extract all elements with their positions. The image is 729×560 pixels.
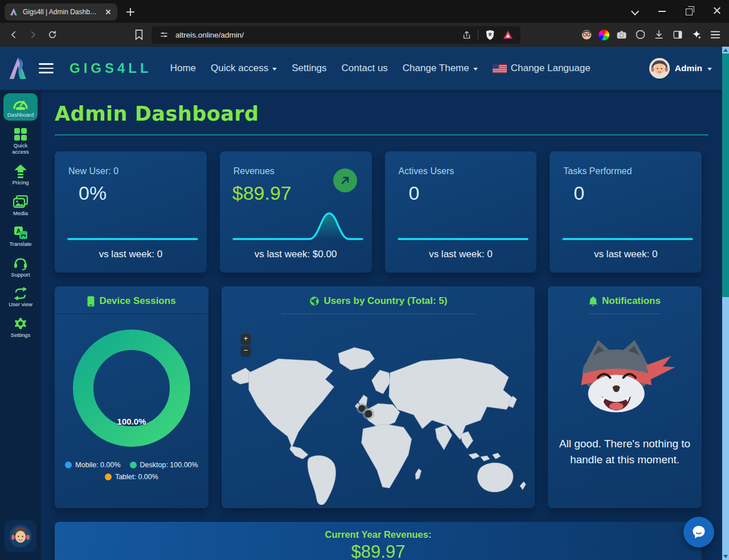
downloads-icon[interactable] (652, 28, 666, 42)
stat-value: 0% (79, 182, 207, 204)
url-bar[interactable]: altreis.online/admin/ (151, 26, 521, 44)
stat-footer: vs last week: 0 (55, 249, 207, 260)
stat-card-revenues: Revenues $89.97 vs last week: $0.00 (220, 151, 372, 273)
tab-close-icon[interactable] (104, 7, 113, 17)
share-icon[interactable] (460, 28, 473, 42)
nav-contact-us[interactable]: Contact us (342, 63, 388, 74)
extension-avatar-icon[interactable] (580, 28, 593, 42)
back-icon[interactable] (7, 28, 21, 42)
admin-dashboard-page: GIGS4LL Home Quick access Settings Conta… (0, 47, 729, 560)
globe-icon (309, 296, 320, 306)
chat-bubble-icon (691, 524, 707, 540)
map-zoom-in-button[interactable]: + (241, 334, 251, 344)
stat-footer: vs last week: 0 (550, 249, 702, 260)
grid-icon (13, 127, 28, 141)
browser-tab[interactable]: Gigs4ll | Admin Dashboard (5, 3, 117, 20)
gauge-icon (13, 97, 28, 110)
chat-widget-button[interactable] (683, 517, 714, 547)
legend-tablet: Tablet: 0.00% (105, 473, 158, 481)
forward-icon[interactable] (26, 28, 40, 42)
scroll-up-icon[interactable] (723, 48, 728, 52)
caret-down-icon (272, 68, 277, 71)
banner-value: $89.97 (55, 542, 702, 560)
sparkline-flat (398, 210, 529, 241)
url-text[interactable]: altreis.online/admin/ (175, 31, 455, 39)
nav-change-theme[interactable]: Change Theme (403, 63, 478, 74)
fox-mascot (571, 331, 679, 423)
sidebar-item-media[interactable]: Media (3, 192, 38, 219)
leo-ai-icon[interactable] (690, 28, 703, 42)
sidebar-item-dashboard[interactable]: Dashboard (3, 93, 38, 121)
stat-card-new-user: New User: 0 0% vs last week: 0 (55, 151, 207, 273)
main-content: Admin Dashboard New User: 0 0% vs last w… (41, 90, 722, 560)
extension-colorwheel-icon[interactable] (599, 30, 609, 40)
swap-icon (13, 287, 28, 300)
phone-icon (87, 296, 95, 307)
site-favicon (9, 7, 18, 17)
sidebar-panel-icon[interactable] (671, 28, 685, 42)
caret-down-icon (473, 68, 478, 71)
users-by-country-panel: Users by Country (Total: 5) + − (222, 286, 535, 508)
reload-icon[interactable] (46, 28, 59, 42)
device-sessions-title: Device Sessions (99, 295, 175, 307)
site-settings-icon[interactable] (157, 28, 171, 42)
sidebar-item-support[interactable]: Support (3, 253, 38, 281)
nav-change-language[interactable]: Change Language (493, 63, 591, 74)
users-by-country-title: Users by Country (Total: 5) (324, 295, 448, 307)
sidebar-item-settings[interactable]: Settings (3, 314, 38, 341)
sparkline-flat (67, 210, 198, 241)
sidebar-toggle-icon[interactable] (39, 63, 54, 73)
stat-card-active-users: Actives Users 0 vs last week: 0 (385, 151, 537, 273)
legend-dot-mobile (65, 462, 72, 468)
brave-shields-icon[interactable] (483, 28, 497, 42)
title-divider (55, 134, 708, 135)
page-scrollbar[interactable] (722, 47, 729, 560)
extension-blob-icon[interactable] (633, 28, 647, 42)
gear-icon (13, 317, 28, 331)
browser-tabstrip: Gigs4ll | Admin Dashboard (0, 0, 729, 23)
notifications-message: All good. There's nothing to handle at t… (558, 436, 691, 467)
stat-footer: vs last week: 0 (385, 249, 537, 260)
site-navbar: GIGS4LL Home Quick access Settings Conta… (0, 47, 729, 90)
sidebar-item-translate[interactable]: A Translate (3, 223, 38, 250)
admin-avatar (649, 58, 670, 79)
bookmark-icon[interactable] (132, 28, 146, 42)
menu-icon[interactable] (708, 28, 722, 42)
media-icon (13, 195, 28, 209)
upload-icon (13, 164, 28, 178)
tab-search-icon[interactable] (629, 5, 641, 17)
open-revenues-button[interactable] (333, 168, 357, 192)
nav-home[interactable]: Home (170, 63, 196, 74)
sidebar-item-pricing[interactable]: Pricing (3, 161, 38, 188)
world-map[interactable]: + − (227, 333, 529, 505)
nav-quick-access[interactable]: Quick access (211, 63, 277, 74)
new-tab-button[interactable] (124, 6, 137, 18)
caret-down-icon (707, 68, 712, 71)
nav-settings[interactable]: Settings (292, 63, 326, 74)
banner-label: Current Year Revenues: (55, 529, 702, 540)
extension-camera-icon[interactable] (615, 28, 628, 42)
device-sessions-donut: 100.0% (70, 327, 193, 452)
sidebar-item-user-view[interactable]: User view (3, 284, 38, 310)
device-sessions-panel: Device Sessions 100.0% Mobile: 0. (55, 286, 208, 508)
sidebar-item-quick-access[interactable]: Quick access (3, 124, 38, 158)
notifications-panel: Notifications (548, 286, 702, 508)
map-marker-cluster[interactable] (357, 403, 374, 419)
bat-rewards-icon[interactable] (501, 28, 515, 42)
legend-dot-desktop (130, 462, 137, 468)
stat-title: Tasks Performed (550, 151, 702, 176)
browser-toolbar: altreis.online/admin/ (0, 23, 729, 47)
scroll-down-icon[interactable] (723, 555, 728, 558)
window-close-button[interactable] (711, 5, 723, 17)
scrollbar-thumb[interactable] (722, 53, 729, 297)
map-zoom-out-button[interactable]: − (241, 346, 251, 356)
stat-value: 0 (574, 182, 702, 204)
window-minimize-button[interactable] (656, 5, 669, 17)
brand-wordmark[interactable]: GIGS4LL (69, 60, 152, 76)
window-restore-button[interactable] (683, 5, 696, 17)
admin-menu[interactable]: Admin (649, 58, 712, 79)
legend-mobile: Mobile: 0.00% (65, 461, 120, 469)
sidebar-user-avatar[interactable] (5, 520, 36, 552)
sparkline-flat (562, 210, 693, 241)
stat-title: New User: 0 (55, 151, 207, 176)
